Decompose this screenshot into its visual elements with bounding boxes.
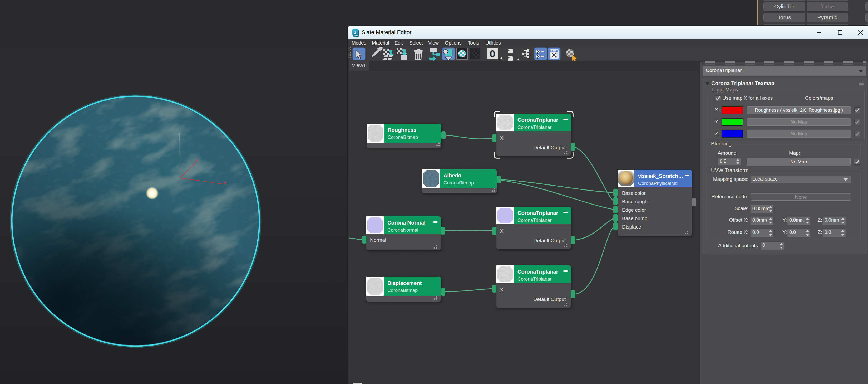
svg-text:X: X (500, 287, 503, 293)
svg-text:3: 3 (354, 30, 356, 35)
svg-text:CoronaNormal: CoronaNormal (388, 228, 418, 233)
svg-text:Normal: Normal (370, 237, 386, 243)
svg-text:Default Output: Default Output (533, 296, 566, 302)
svg-text:z: z (178, 131, 180, 136)
svg-text:Default Output: Default Output (533, 238, 566, 243)
svg-text:Albedo: Albedo (443, 173, 461, 178)
svg-text:CoronaBitmap: CoronaBitmap (443, 180, 474, 185)
svg-text:Base bump: Base bump (622, 215, 647, 221)
svg-text:CoronaTriplanar: CoronaTriplanar (518, 125, 552, 130)
svg-text:CoronaTriplanar: CoronaTriplanar (518, 117, 558, 123)
svg-text:Base rough.: Base rough. (622, 199, 649, 204)
svg-text:Default Output: Default Output (533, 145, 566, 150)
svg-text:Corona Normal: Corona Normal (388, 220, 425, 226)
svg-text:vbsieik_Scratch…: vbsieik_Scratch… (638, 173, 683, 179)
svg-text:X: X (223, 180, 227, 186)
svg-text:CoronaBitmap: CoronaBitmap (388, 135, 418, 140)
svg-text:y: y (195, 157, 198, 163)
svg-text:CoronaTriplanar: CoronaTriplanar (518, 269, 558, 275)
svg-text:CoronaTriplanar: CoronaTriplanar (518, 276, 552, 282)
svg-text:X: X (500, 228, 503, 234)
svg-text:X: X (500, 135, 503, 141)
svg-text:Displace: Displace (622, 224, 641, 230)
svg-text:0: 0 (490, 49, 495, 60)
svg-text:CoronaTriplanar: CoronaTriplanar (518, 218, 552, 223)
svg-text:Displacement: Displacement (388, 280, 422, 286)
svg-text:Base color: Base color (622, 190, 646, 196)
svg-text:CoronaTriplanar: CoronaTriplanar (518, 210, 558, 216)
svg-text:MAX: MAX (354, 34, 359, 37)
svg-text:Roughness: Roughness (388, 127, 416, 133)
svg-text:CoronaPhysicalMtl: CoronaPhysicalMtl (638, 181, 678, 186)
svg-text:Edge color: Edge color (622, 207, 646, 213)
svg-text:CoronaBitmap: CoronaBitmap (388, 288, 418, 293)
